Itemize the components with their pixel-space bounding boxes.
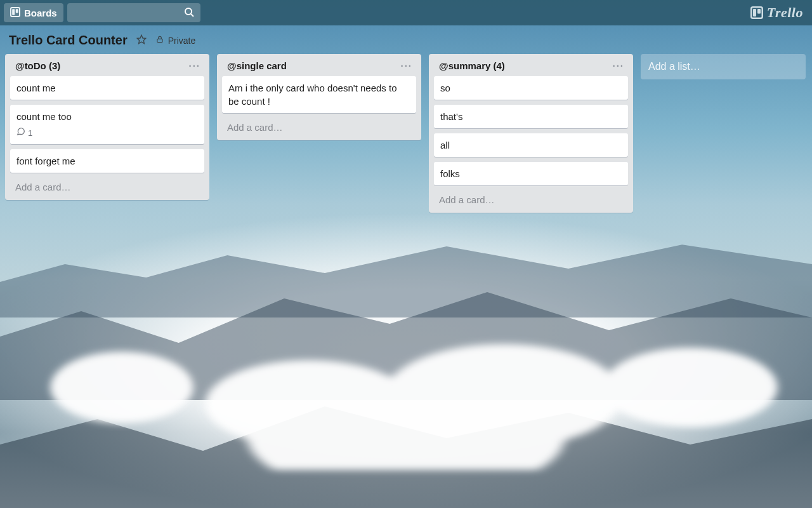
search-icon: [184, 7, 194, 19]
search-input[interactable]: [67, 3, 200, 22]
list: @summary (4)···sothat'sallfolksAdd a car…: [429, 54, 633, 213]
svg-rect-6: [753, 9, 756, 17]
card[interactable]: all: [434, 133, 628, 157]
list-header: @single card···: [222, 59, 416, 76]
list-menu-button[interactable]: ···: [612, 60, 624, 71]
svg-rect-9: [157, 39, 162, 42]
card-title: font forget me: [16, 154, 198, 168]
visibility-button[interactable]: Private: [155, 35, 196, 46]
list-header: @summary (4)···: [434, 59, 628, 76]
list-title[interactable]: @summary (4): [439, 60, 505, 71]
list-menu-button[interactable]: ···: [400, 60, 412, 71]
card[interactable]: count me: [10, 76, 204, 100]
card[interactable]: Am i the only card who doesn't needs to …: [222, 76, 416, 113]
svg-rect-7: [757, 9, 761, 14]
background-image: [0, 305, 812, 470]
star-icon: [136, 34, 147, 46]
card-title: folks: [440, 167, 622, 180]
card[interactable]: count me too1: [10, 105, 204, 144]
card-title: that's: [440, 110, 622, 123]
app-header: Boards Trello: [0, 0, 812, 25]
add-card-button[interactable]: Add a card…: [434, 190, 628, 206]
star-board-button[interactable]: [136, 34, 147, 46]
list-title[interactable]: @single card: [227, 60, 287, 71]
comment-count: 1: [28, 128, 32, 139]
list-header: @toDo (3)···: [10, 59, 204, 76]
add-list-button[interactable]: Add a list…: [641, 54, 806, 79]
boards-button-label: Boards: [24, 8, 57, 18]
svg-rect-1: [12, 9, 15, 15]
board-canvas: @toDo (3)···count mecount me too1font fo…: [0, 54, 812, 213]
trello-logo[interactable]: Trello: [750, 0, 803, 25]
trello-board-icon: [10, 7, 20, 19]
boards-button[interactable]: Boards: [4, 3, 63, 22]
list: @toDo (3)···count mecount me too1font fo…: [5, 54, 209, 200]
visibility-label: Private: [168, 36, 196, 46]
card-title: all: [440, 138, 622, 152]
list-title[interactable]: @toDo (3): [15, 60, 60, 71]
list: @single card···Am i the only card who do…: [217, 54, 421, 140]
svg-rect-0: [11, 8, 20, 17]
card[interactable]: folks: [434, 162, 628, 185]
svg-rect-2: [16, 9, 18, 13]
svg-line-4: [191, 14, 193, 17]
card-badges: 1: [16, 127, 198, 139]
card[interactable]: font forget me: [10, 149, 204, 173]
card-title: count me: [16, 81, 198, 95]
lock-icon: [155, 35, 164, 46]
board-header: Trello Card Counter Private: [0, 25, 812, 54]
card-title: so: [440, 81, 622, 95]
card[interactable]: that's: [434, 105, 628, 128]
card-title: Am i the only card who doesn't needs to …: [228, 81, 410, 108]
add-card-button[interactable]: Add a card…: [222, 118, 416, 134]
board-title[interactable]: Trello Card Counter: [9, 33, 128, 48]
list-menu-button[interactable]: ···: [188, 60, 200, 71]
card[interactable]: so: [434, 76, 628, 100]
svg-marker-8: [137, 35, 145, 43]
comment-icon: [16, 127, 25, 139]
svg-rect-5: [751, 7, 763, 18]
svg-point-3: [185, 8, 192, 15]
card-title: count me too: [16, 110, 198, 123]
trello-logo-text: Trello: [767, 4, 803, 21]
add-card-button[interactable]: Add a card…: [10, 178, 204, 194]
